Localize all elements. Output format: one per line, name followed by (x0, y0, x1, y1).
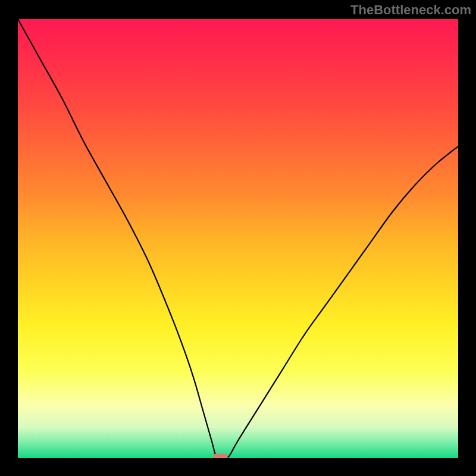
plot-area (18, 19, 458, 458)
gradient-background (18, 19, 458, 458)
attribution-text: TheBottleneck.com (350, 2, 471, 18)
bottleneck-chart (18, 19, 458, 458)
chart-frame: TheBottleneck.com (0, 0, 476, 476)
optimal-point-marker (213, 454, 227, 458)
